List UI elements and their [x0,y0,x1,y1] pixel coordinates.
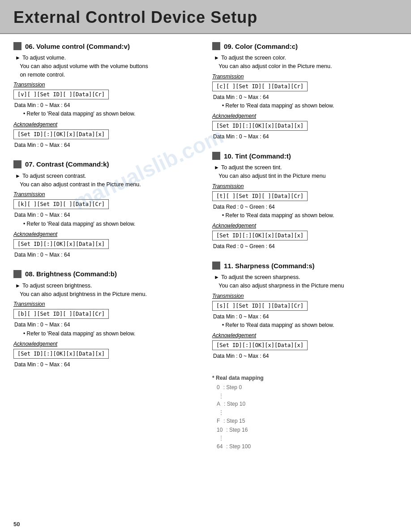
rdm-row-a: A: Step 10 [212,399,398,408]
section-10-icon [212,152,220,160]
content-area: 06. Volume control (Command:v) ►To adjus… [0,34,411,460]
ack-cmd-08: [Set ID][:][OK][x][Data][x] [13,349,109,359]
transmission-cmd-10: [t][ ][Set ID][ ][Data][Cr] [212,191,308,201]
ack-label-09: Acknowledgement [212,113,398,119]
left-column: 06. Volume control (Command:v) ►To adjus… [13,42,199,451]
page-header: External Control Device Setup [0,0,411,34]
page-title: External Control Device Setup [13,8,398,27]
section-11-title: 11. Sharpness (Command:s) [212,262,398,270]
bullet-arrow-10: ► [214,164,219,171]
ack-cmd-09: [Set ID][:][OK][x][Data][x] [212,121,308,131]
ack-data-10: Data Red : 0 ~ Green : 64 [213,242,398,251]
section-06-title: 06. Volume control (Command:v) [13,42,199,50]
ack-label-11: Acknowledgement [212,332,398,339]
ack-data-09: Data Min : 0 ~ Max : 64 [213,133,398,141]
ack-label-08: Acknowledgement [13,341,199,347]
rdm-row-64: 64: Step 100 [212,442,398,451]
data-info-11: Data Min : 0 ~ Max : 64 • Refer to 'Real… [213,313,398,330]
section-10-title: 10. Tint (Command:t) [212,152,398,160]
ack-cmd-07: [Set ID][:][OK][x][Data][x] [13,239,109,249]
section-07-desc: ►To adjust screen contrast. You can also… [15,172,199,189]
real-data-mapping: * Real data mapping 0: Step 0 ⋮ A: Step … [212,375,398,451]
rdm-row-f: F: Step 15 [212,416,398,425]
ack-data-06: Data Min : 0 ~ Max : 64 [14,141,199,150]
page: External Control Device Setup manualslib… [0,0,411,532]
transmission-label-11: Transmission [212,293,398,299]
section-09-title: 09. Color (Command:c) [212,42,398,50]
ack-data-07: Data Min : 0 ~ Max : 64 [14,251,199,259]
ack-data-11: Data Min : 0 ~ Max : 64 [213,352,398,360]
ack-cmd-11: [Set ID][:][OK][x][Data][x] [212,340,308,350]
bullet-arrow-09: ► [214,55,219,61]
transmission-cmd-07: [k][ ][Set ID][ ][Data][Cr] [13,199,109,209]
section-09: 09. Color (Command:c) ►To adjust the scr… [212,42,398,142]
ack-label-10: Acknowledgement [212,223,398,229]
section-08: 08. Brightness (Command:b) ►To adjust sc… [13,270,199,370]
bullet-arrow-11: ► [214,274,219,280]
rdm-dots-2: ⋮ [212,409,398,416]
section-07-icon [13,160,21,168]
section-09-icon [212,42,220,50]
rdm-dots-1: ⋮ [212,392,398,400]
transmission-cmd-11: [s][ ][Set ID][ ][Data][Cr] [212,301,308,311]
data-info-06: Data Min : 0 ~ Max : 64 • Refer to 'Real… [14,101,199,118]
section-06-desc: ►To adjust volume. You can also adjust v… [15,54,199,79]
data-info-07: Data Min : 0 ~ Max : 64 • Refer to 'Real… [14,211,199,228]
section-10-desc: ►To adjust the screen tint. You can also… [214,163,398,180]
ack-label-07: Acknowledgement [13,231,199,237]
section-07-title: 07. Contrast (Command:k) [13,160,199,168]
section-11: 11. Sharpness (Command:s) ►To adjust the… [212,262,398,361]
section-11-icon [212,262,220,270]
bullet-arrow-06: ► [15,55,21,61]
bullet-arrow-07: ► [15,173,21,179]
section-10: 10. Tint (Command:t) ►To adjust the scre… [212,152,398,252]
ack-cmd-06: [Set ID][:][OK][x][Data][x] [13,129,109,139]
bullet-arrow-08: ► [15,283,21,289]
section-08-icon [13,270,21,278]
section-11-desc: ►To adjust the screen sharpness. You can… [214,273,398,290]
section-07: 07. Contrast (Command:k) ►To adjust scre… [13,160,199,260]
transmission-label-07: Transmission [13,191,199,197]
page-number: 50 [13,521,20,528]
data-info-09: Data Min : 0 ~ Max : 64 • Refer to 'Real… [213,93,398,110]
rdm-title: * Real data mapping [212,375,398,381]
rdm-row-10: 10: Step 16 [212,425,398,434]
section-06-icon [13,42,21,50]
transmission-label-10: Transmission [212,183,398,189]
transmission-label-09: Transmission [212,73,398,80]
transmission-cmd-09: [c][ ][Set ID][ ][Data][Cr] [212,82,308,91]
transmission-label-06: Transmission [13,82,199,88]
ack-cmd-10: [Set ID][:][OK][x][Data][x] [212,231,308,240]
section-09-desc: ►To adjust the screen color. You can als… [214,54,398,71]
rdm-row-0: 0: Step 0 [212,383,398,392]
section-06: 06. Volume control (Command:v) ►To adjus… [13,42,199,150]
rdm-dots-3: ⋮ [212,434,398,442]
ack-data-08: Data Min : 0 ~ Max : 64 [14,360,199,369]
transmission-cmd-08: [b][ ][Set ID][ ][Data][Cr] [13,309,109,319]
data-info-08: Data Min : 0 ~ Max : 64 • Refer to 'Real… [14,321,199,338]
transmission-label-08: Transmission [13,301,199,307]
transmission-cmd-06: [v][ ][Set ID][ ][Data][Cr] [13,90,109,99]
ack-label-06: Acknowledgement [13,121,199,128]
data-info-10: Data Red : 0 ~ Green : 64 • Refer to 'Re… [213,203,398,220]
section-08-desc: ►To adjust screen brightness. You can al… [15,282,199,299]
right-column: 09. Color (Command:c) ►To adjust the scr… [212,42,398,451]
section-08-title: 08. Brightness (Command:b) [13,270,199,278]
